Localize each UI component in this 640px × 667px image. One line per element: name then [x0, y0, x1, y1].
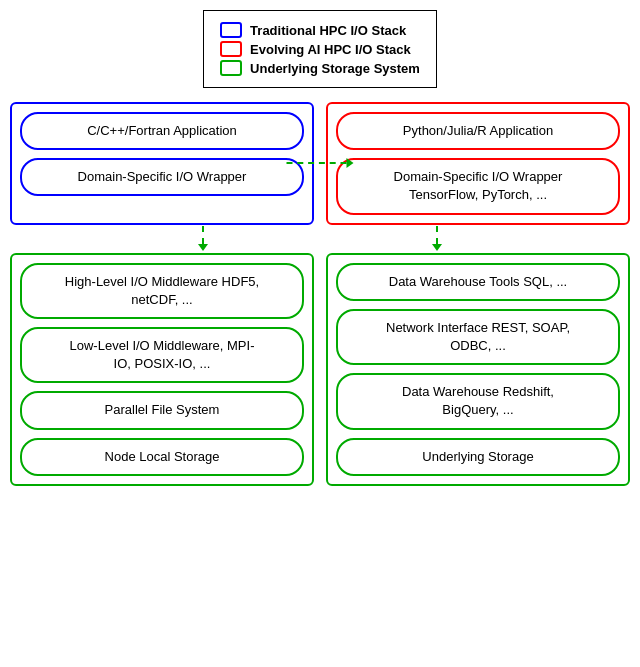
dw-tools-box: Data Warehouse Tools SQL, ... — [336, 263, 620, 301]
legend-item-red: Evolving AI HPC I/O Stack — [220, 41, 420, 57]
underlying-storage-box: Underlying Storage — [336, 438, 620, 476]
bottom-row: High-Level I/O Middleware HDF5,netCDF, .… — [10, 253, 630, 486]
legend: Traditional HPC I/O Stack Evolving AI HP… — [203, 10, 437, 88]
hdf5-label: High-Level I/O Middleware HDF5,netCDF, .… — [65, 274, 259, 307]
network-interface-box: Network Interface REST, SOAP,ODBC, ... — [336, 309, 620, 365]
top-right-box: Python/Julia/R Application Domain-Specif… — [326, 102, 630, 225]
network-interface-label: Network Interface REST, SOAP,ODBC, ... — [386, 320, 570, 353]
legend-box-blue — [220, 22, 242, 38]
dashed-line-right — [436, 226, 438, 244]
node-local-label: Node Local Storage — [105, 449, 220, 464]
arrow-down-right — [432, 226, 442, 251]
legend-box-red — [220, 41, 242, 57]
top-left-box: C/C++/Fortran Application Domain-Specifi… — [10, 102, 314, 225]
h-dashed-line — [287, 162, 347, 164]
arrow-head-left — [198, 244, 208, 251]
node-local-box: Node Local Storage — [20, 438, 304, 476]
legend-box-green — [220, 60, 242, 76]
main-area: C/C++/Fortran Application Domain-Specifi… — [10, 102, 630, 486]
dashed-line-left — [202, 226, 204, 244]
arrow-down-left — [198, 226, 208, 251]
dw-tools-label: Data Warehouse Tools SQL, ... — [389, 274, 567, 289]
h-arrow-connector — [287, 158, 354, 168]
top-boxes-wrapper: C/C++/Fortran Application Domain-Specifi… — [10, 102, 630, 225]
bottom-left-box: High-Level I/O Middleware HDF5,netCDF, .… — [10, 253, 314, 486]
python-app-box: Python/Julia/R Application — [336, 112, 620, 150]
domain-io-wrapper-label: Domain-Specific I/O Wrapper — [78, 169, 247, 184]
legend-label-red: Evolving AI HPC I/O Stack — [250, 42, 411, 57]
parallel-fs-box: Parallel File System — [20, 391, 304, 429]
dw-redshift-box: Data Warehouse Redshift,BigQuery, ... — [336, 373, 620, 429]
legend-label-blue: Traditional HPC I/O Stack — [250, 23, 406, 38]
tf-wrapper-box: Domain-Specific I/O WrapperTensorFlow, P… — [336, 158, 620, 214]
legend-label-green: Underlying Storage System — [250, 61, 420, 76]
hdf5-box: High-Level I/O Middleware HDF5,netCDF, .… — [20, 263, 304, 319]
legend-item-blue: Traditional HPC I/O Stack — [220, 22, 420, 38]
arrow-head-right — [347, 158, 354, 168]
legend-item-green: Underlying Storage System — [220, 60, 420, 76]
mpi-io-box: Low-Level I/O Middleware, MPI-IO, POSIX-… — [20, 327, 304, 383]
python-app-label: Python/Julia/R Application — [403, 123, 553, 138]
arrow-head-right2 — [432, 244, 442, 251]
bottom-right-box: Data Warehouse Tools SQL, ... Network In… — [326, 253, 630, 486]
cpp-app-label: C/C++/Fortran Application — [87, 123, 237, 138]
cpp-app-box: C/C++/Fortran Application — [20, 112, 304, 150]
domain-io-wrapper-box: Domain-Specific I/O Wrapper — [20, 158, 304, 196]
parallel-fs-label: Parallel File System — [105, 402, 220, 417]
connector-row — [10, 225, 630, 253]
mpi-io-label: Low-Level I/O Middleware, MPI-IO, POSIX-… — [70, 338, 255, 371]
top-section: C/C++/Fortran Application Domain-Specifi… — [10, 102, 630, 225]
underlying-storage-label: Underlying Storage — [422, 449, 533, 464]
dw-redshift-label: Data Warehouse Redshift,BigQuery, ... — [402, 384, 554, 417]
tf-wrapper-label: Domain-Specific I/O WrapperTensorFlow, P… — [394, 169, 563, 202]
